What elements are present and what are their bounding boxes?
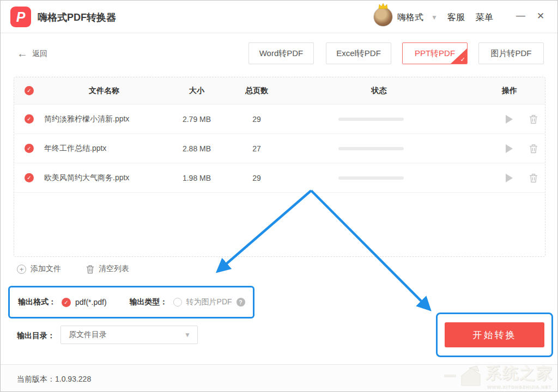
output-format-value[interactable]: pdf(*.pdf) <box>75 298 107 307</box>
trash-icon <box>86 265 94 274</box>
app-logo-icon: P <box>10 7 31 27</box>
convert-play-button[interactable] <box>506 144 513 153</box>
output-dir-label: 输出目录： <box>17 331 55 341</box>
file-pages: 27 <box>229 144 284 153</box>
statusbar: 当前版本：1.0.93.228 <box>1 364 557 392</box>
header-size: 大小 <box>164 86 229 96</box>
table-row: ✓ 简约淡雅柠檬小清新.pptx 2.79 MB 29 <box>14 105 545 134</box>
tab-label: 图片转PDF <box>491 48 532 59</box>
trash-icon <box>529 144 538 154</box>
trash-icon <box>529 173 538 183</box>
row-checkbox[interactable]: ✓ <box>25 144 34 153</box>
add-file-button[interactable]: + 添加文件 <box>17 264 61 274</box>
menu-link[interactable]: 菜单 <box>476 12 493 23</box>
table-header-row: ✓ 文件名称 大小 总页数 状态 操作 <box>14 77 545 105</box>
file-name: 简约淡雅柠檬小清新.pptx <box>44 114 164 124</box>
radio-selected-icon[interactable]: ✓ <box>62 298 71 307</box>
file-size: 1.98 MB <box>164 174 229 182</box>
clear-list-label: 清空列表 <box>99 264 129 274</box>
close-button[interactable]: ✕ <box>537 10 544 22</box>
tab-label: PPT转PDF <box>415 48 455 59</box>
back-button[interactable]: ← 返回 <box>17 47 47 60</box>
table-row: ✓ 欧美风简约大气商务.pptx 1.98 MB 29 <box>14 163 545 193</box>
tab-image-to-pdf[interactable]: 图片转PDF <box>478 42 544 64</box>
convert-play-button[interactable] <box>506 174 513 182</box>
header-pages: 总页数 <box>229 86 284 96</box>
progress-bar <box>338 118 404 121</box>
progress-bar <box>338 176 404 180</box>
app-window: P 嗨格式PDF转换器 嗨格式 ▼ 客服 菜单 — ✕ ← 返回 Word转PD… <box>0 0 558 392</box>
file-pages: 29 <box>229 174 284 182</box>
trash-icon <box>529 114 538 124</box>
list-tools: + 添加文件 清空列表 <box>17 264 129 274</box>
help-icon[interactable]: ? <box>236 298 245 307</box>
chevron-down-icon[interactable]: ▼ <box>431 14 438 21</box>
version-text: 当前版本：1.0.93.228 <box>17 375 91 384</box>
user-avatar[interactable] <box>373 7 393 27</box>
output-options-box: 输出格式： ✓ pdf(*.pdf) 输出类型： 转为图片PDF ? <box>8 286 254 318</box>
header-status: 状态 <box>284 86 474 96</box>
header-file-name: 文件名称 <box>44 86 164 96</box>
file-name: 年终工作总结.pptx <box>44 144 164 154</box>
output-dir-select[interactable]: 原文件目录 ▼ <box>60 326 198 344</box>
support-link[interactable]: 客服 <box>447 12 465 23</box>
file-name: 欧美风简约大气商务.pptx <box>44 173 164 183</box>
output-dir-value: 原文件目录 <box>69 330 184 340</box>
add-file-label: 添加文件 <box>31 264 61 274</box>
convert-play-button[interactable] <box>506 115 513 124</box>
header-actions: 操作 <box>474 86 545 96</box>
app-title: 嗨格式PDF转换器 <box>38 11 116 24</box>
titlebar: P 嗨格式PDF转换器 嗨格式 ▼ 客服 菜单 — ✕ <box>1 1 557 33</box>
version-label: 当前版本： <box>17 375 55 383</box>
radio-unselected-icon[interactable] <box>173 298 182 307</box>
delete-row-button[interactable] <box>529 114 538 124</box>
username-label[interactable]: 嗨格式 <box>397 12 423 23</box>
delete-row-button[interactable] <box>529 173 538 183</box>
output-type-label: 输出类型： <box>130 297 168 307</box>
table-row: ✓ 年终工作总结.pptx 2.88 MB 27 <box>14 134 545 163</box>
active-tab-check-icon: ✓ <box>460 56 465 63</box>
tab-excel-to-pdf[interactable]: Excel转PDF <box>326 42 391 64</box>
tab-label: Excel转PDF <box>336 48 381 59</box>
chevron-down-icon: ▼ <box>184 331 191 339</box>
row-checkbox[interactable]: ✓ <box>25 173 34 182</box>
delete-row-button[interactable] <box>529 144 538 154</box>
version-value: 1.0.93.228 <box>55 375 91 383</box>
crown-icon <box>378 3 388 9</box>
tab-label: Word转PDF <box>259 48 304 59</box>
back-arrow-icon: ← <box>17 47 28 60</box>
avatar-image <box>373 7 393 27</box>
minimize-button[interactable]: — <box>516 10 525 21</box>
file-pages: 29 <box>229 115 284 124</box>
tab-word-to-pdf[interactable]: Word转PDF <box>248 42 314 64</box>
start-convert-button[interactable]: 开始转换 <box>445 322 544 347</box>
progress-bar <box>338 147 404 150</box>
clear-list-button[interactable]: 清空列表 <box>86 264 129 274</box>
file-size: 2.88 MB <box>164 144 229 153</box>
select-all-checkbox[interactable]: ✓ <box>25 86 34 95</box>
file-size: 2.79 MB <box>164 115 229 124</box>
output-type-value[interactable]: 转为图片PDF <box>186 297 232 307</box>
output-format-label: 输出格式： <box>18 297 56 307</box>
row-checkbox[interactable]: ✓ <box>25 114 34 124</box>
tab-ppt-to-pdf[interactable]: PPT转PDF ✓ <box>402 42 468 64</box>
file-table: ✓ 文件名称 大小 总页数 状态 操作 ✓ 简约淡雅柠檬小清新.pptx 2.7… <box>14 77 545 257</box>
plus-circle-icon: + <box>17 265 26 274</box>
back-label: 返回 <box>32 49 47 59</box>
